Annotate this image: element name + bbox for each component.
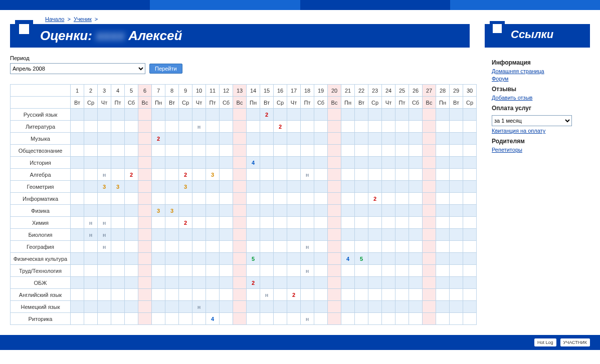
grade-cell[interactable] xyxy=(328,313,341,325)
grade-cell[interactable] xyxy=(233,205,247,217)
grade-cell[interactable] xyxy=(179,253,192,265)
grade-cell[interactable] xyxy=(395,181,409,193)
grade-cell[interactable] xyxy=(368,121,382,133)
grade-cell[interactable]: 5 xyxy=(355,253,368,265)
grade-cell[interactable] xyxy=(423,109,436,121)
grade-cell[interactable] xyxy=(450,313,463,325)
grade-cell[interactable] xyxy=(436,313,450,325)
grade-cell[interactable]: н xyxy=(192,121,206,133)
grade-cell[interactable] xyxy=(355,169,368,181)
grade-cell[interactable] xyxy=(138,277,152,289)
grade-cell[interactable] xyxy=(247,301,260,313)
sidebar-review-link-0[interactable]: Добавить отзыв xyxy=(492,95,597,101)
grade-cell[interactable] xyxy=(206,181,220,193)
grade-cell[interactable] xyxy=(436,301,450,313)
grade-cell[interactable] xyxy=(463,229,477,241)
grade-cell[interactable] xyxy=(423,133,436,145)
grade-cell[interactable] xyxy=(247,169,260,181)
grade-cell[interactable] xyxy=(206,121,220,133)
grade-cell[interactable] xyxy=(111,301,125,313)
grade-cell[interactable] xyxy=(111,253,125,265)
grade-cell[interactable] xyxy=(125,109,138,121)
grade-cell[interactable] xyxy=(233,169,247,181)
grade-cell[interactable]: н xyxy=(301,241,314,253)
grade-cell[interactable] xyxy=(314,133,328,145)
grade-cell[interactable] xyxy=(111,193,125,205)
grade-cell[interactable] xyxy=(314,205,328,217)
grade-cell[interactable] xyxy=(328,193,341,205)
grade-cell[interactable] xyxy=(260,277,274,289)
grade-cell[interactable] xyxy=(436,181,450,193)
grade-cell[interactable] xyxy=(463,133,477,145)
grade-cell[interactable] xyxy=(125,205,138,217)
grade-cell[interactable] xyxy=(274,277,287,289)
grade-cell[interactable] xyxy=(152,289,165,301)
grade-cell[interactable] xyxy=(436,253,450,265)
grade-cell[interactable] xyxy=(111,241,125,253)
grade-cell[interactable] xyxy=(314,289,328,301)
grade-cell[interactable] xyxy=(125,181,138,193)
grade-cell[interactable] xyxy=(328,277,341,289)
grade-cell[interactable] xyxy=(423,253,436,265)
grade-cell[interactable] xyxy=(71,289,84,301)
grade-cell[interactable] xyxy=(220,277,233,289)
grade-cell[interactable] xyxy=(341,181,355,193)
grade-cell[interactable] xyxy=(206,145,220,157)
grade-cell[interactable]: 3 xyxy=(152,205,165,217)
grade-cell[interactable] xyxy=(233,193,247,205)
grade-cell[interactable] xyxy=(220,193,233,205)
grade-cell[interactable] xyxy=(314,121,328,133)
grade-cell[interactable] xyxy=(287,265,301,277)
grade-cell[interactable] xyxy=(84,121,98,133)
grade-cell[interactable] xyxy=(355,181,368,193)
grade-cell[interactable] xyxy=(395,289,409,301)
grade-cell[interactable] xyxy=(368,109,382,121)
grade-cell[interactable] xyxy=(192,229,206,241)
grade-cell[interactable] xyxy=(368,157,382,169)
grade-cell[interactable] xyxy=(314,301,328,313)
grade-cell[interactable] xyxy=(152,217,165,229)
grade-cell[interactable] xyxy=(436,145,450,157)
grade-cell[interactable] xyxy=(206,217,220,229)
grade-cell[interactable] xyxy=(247,181,260,193)
grade-cell[interactable] xyxy=(233,253,247,265)
grade-cell[interactable] xyxy=(98,289,111,301)
grade-cell[interactable] xyxy=(355,193,368,205)
grade-cell[interactable] xyxy=(341,169,355,181)
grade-cell[interactable] xyxy=(368,301,382,313)
grade-cell[interactable] xyxy=(382,169,395,181)
grade-cell[interactable] xyxy=(328,145,341,157)
grade-cell[interactable] xyxy=(138,205,152,217)
grade-cell[interactable] xyxy=(436,157,450,169)
grade-cell[interactable]: н xyxy=(98,229,111,241)
grade-cell[interactable] xyxy=(395,253,409,265)
grade-cell[interactable] xyxy=(98,193,111,205)
grade-cell[interactable] xyxy=(274,289,287,301)
grade-cell[interactable] xyxy=(287,229,301,241)
grade-cell[interactable] xyxy=(247,133,260,145)
grade-cell[interactable] xyxy=(71,133,84,145)
grade-cell[interactable] xyxy=(165,121,179,133)
grade-cell[interactable] xyxy=(138,169,152,181)
grade-cell[interactable] xyxy=(395,193,409,205)
grade-cell[interactable] xyxy=(382,277,395,289)
grade-cell[interactable] xyxy=(71,253,84,265)
grade-cell[interactable] xyxy=(111,133,125,145)
grade-cell[interactable]: 2 xyxy=(368,193,382,205)
grade-cell[interactable] xyxy=(328,301,341,313)
grade-cell[interactable] xyxy=(287,253,301,265)
grade-cell[interactable] xyxy=(382,157,395,169)
grade-cell[interactable] xyxy=(138,145,152,157)
grade-cell[interactable] xyxy=(179,145,192,157)
grade-cell[interactable] xyxy=(301,289,314,301)
grade-cell[interactable] xyxy=(409,157,423,169)
grade-cell[interactable]: 3 xyxy=(206,169,220,181)
grade-cell[interactable] xyxy=(341,145,355,157)
grade-cell[interactable] xyxy=(71,109,84,121)
sidebar-pay-link-0[interactable]: Квитанция на оплату xyxy=(492,128,597,134)
grade-cell[interactable] xyxy=(382,217,395,229)
grade-cell[interactable] xyxy=(423,157,436,169)
grade-cell[interactable] xyxy=(192,289,206,301)
grade-cell[interactable] xyxy=(328,289,341,301)
grade-cell[interactable] xyxy=(287,169,301,181)
